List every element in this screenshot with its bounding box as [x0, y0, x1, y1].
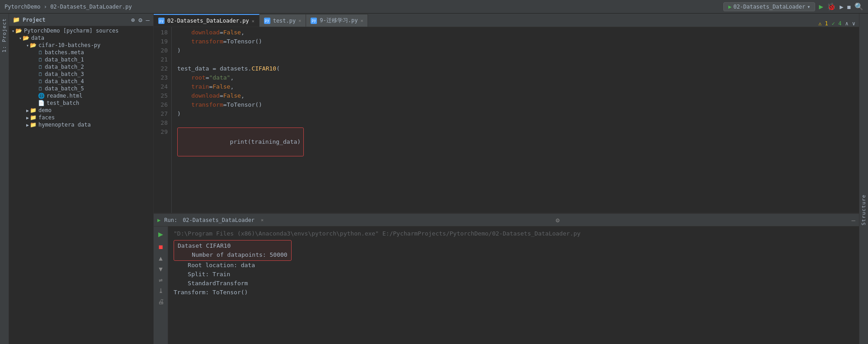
scroll-down-button[interactable]: ▼: [159, 265, 162, 273]
tree-label-batch1: data_batch_1: [45, 57, 84, 63]
code-token: False: [223, 28, 241, 37]
chevron-down-icon[interactable]: ∨: [852, 20, 855, 27]
run-output-line-5: StandardTransform: [174, 279, 854, 288]
code-line-18: download=False,: [177, 28, 854, 37]
code-token: train: [191, 82, 209, 91]
scroll-up-button[interactable]: ▲: [159, 254, 162, 262]
settings-icon[interactable]: ⚙: [138, 16, 142, 24]
coverage-button[interactable]: ▶: [840, 3, 843, 10]
run-button[interactable]: ▶: [819, 2, 823, 11]
folder-icon-data: 📂: [23, 35, 29, 41]
structure-label-text: Structure: [861, 194, 867, 226]
code-token: False: [223, 91, 241, 100]
file-tree: ▾ 📂 PytorchDemo [pycharm] sources ▾ 📂 da…: [9, 26, 153, 344]
chevron-cifar: ▾: [26, 43, 29, 48]
tree-item-readme[interactable]: 🌐 readme.html: [9, 92, 153, 99]
tab-datasets-dataloader[interactable]: py 02-Datasets_DataLoader.py ✕: [154, 14, 259, 27]
profile-button[interactable]: ◼: [847, 3, 851, 10]
tree-item-root[interactable]: ▾ 📂 PytorchDemo [pycharm] sources: [9, 27, 153, 34]
breadcrumb: PytorchDemo › 02-Datasets_DataLoader.py: [5, 4, 132, 10]
tree-item-cifar[interactable]: ▾ 📂 cifar-10-batches-py: [9, 42, 153, 49]
structure-panel[interactable]: Structure: [859, 14, 868, 344]
folder-open-icon-root: 📂: [15, 28, 22, 34]
run-config-icon: ▶: [728, 4, 731, 10]
folder-icon-faces: 📁: [30, 114, 37, 121]
chevron-root: ▾: [12, 28, 14, 33]
project-header-icons: ⊕ ⚙ —: [131, 16, 150, 24]
chevron-data: ▾: [19, 36, 22, 41]
run-panel-settings-icon[interactable]: ⚙: [556, 217, 559, 224]
tabs-right-icons: ⚠ 1 ✓ 4 ∧ ∨: [815, 20, 859, 27]
tree-label-batch4: data_batch_4: [45, 78, 84, 85]
run-icon: ▶: [157, 217, 160, 223]
project-folder-icon: 📁: [13, 16, 20, 23]
debug-button[interactable]: 🐞: [827, 2, 836, 11]
tab-close-test[interactable]: ✕: [298, 18, 301, 23]
tree-item-batches-meta[interactable]: 🗒 batches.meta: [9, 49, 153, 56]
project-panel-label[interactable]: 1: Project: [0, 14, 9, 344]
add-icon[interactable]: ⊕: [131, 16, 135, 24]
tree-label-cifar: cifar-10-batches-py: [38, 42, 100, 48]
code-line-28: [177, 118, 854, 127]
title-bar: PytorchDemo › 02-Datasets_DataLoader.py …: [0, 0, 868, 14]
tree-item-faces[interactable]: ▶ 📁 faces: [9, 114, 153, 121]
run-output-line-2: Number of datapoints: 50000: [178, 250, 288, 259]
tab-close-migration[interactable]: ✕: [360, 18, 363, 23]
tree-item-demo[interactable]: ▶ 📁 demo: [9, 107, 153, 114]
tab-test[interactable]: py test.py ✕: [259, 14, 307, 27]
folder-icon-hymenoptera: 📁: [30, 122, 37, 128]
tree-item-batch1[interactable]: 🗒 data_batch_1: [9, 56, 153, 63]
tree-item-data[interactable]: ▾ 📂 data: [9, 34, 153, 42]
run-play-button[interactable]: ▶: [158, 229, 163, 239]
tree-item-testbatch[interactable]: 📄 test_batch: [9, 99, 153, 107]
code-token: transform: [191, 37, 223, 46]
tree-label-testbatch: test_batch: [47, 100, 79, 106]
minimize-icon[interactable]: —: [146, 16, 150, 24]
run-panel: ▶ Run: 02-Datasets_DataLoader ✕ ⚙ — ▶ ◼ …: [154, 213, 859, 344]
tree-label-data: data: [31, 35, 44, 41]
warning-badge: ⚠ 1: [818, 20, 828, 27]
tree-item-batch5[interactable]: 🗒 data_batch_5: [9, 85, 153, 92]
tree-item-batch3[interactable]: 🗒 data_batch_3: [9, 71, 153, 78]
line-numbers: 18 19 20 21 22 23 24 25 26 27 28 29: [154, 27, 172, 213]
run-panel-body: ▶ ◼ ▲ ▼ ⇌ ⤓ 🖨 "D:\Program Files (x86)\An…: [154, 226, 859, 344]
tab-migration[interactable]: py 9-迁移学习.py ✕: [306, 14, 368, 27]
tree-item-batch4[interactable]: 🗒 data_batch_4: [9, 78, 153, 85]
tree-item-batch2[interactable]: 🗒 data_batch_2: [9, 63, 153, 71]
tab-icon-migration: py: [311, 18, 317, 24]
run-output-group: Dataset CIFAR10 Number of datapoints: 50…: [174, 240, 854, 261]
run-config-dropdown-icon[interactable]: ▾: [807, 4, 810, 10]
search-button[interactable]: 🔍: [854, 2, 863, 11]
tab-label-migration: 9-迁移学习.py: [320, 17, 358, 24]
code-line-29: print(training_data): [177, 127, 854, 156]
title-bar-right: ▶ 02-Datasets_DataLoader ▾ ▶ 🐞 ▶ ◼ 🔍: [723, 2, 863, 11]
scroll-to-end-button[interactable]: ⤓: [158, 287, 164, 294]
file-icon-readme: 🌐: [38, 93, 45, 99]
run-config-button[interactable]: ▶ 02-Datasets_DataLoader ▾: [723, 2, 815, 11]
chevron-up-icon[interactable]: ∧: [845, 20, 849, 27]
tab-icon-test: py: [264, 18, 270, 24]
code-line-19: transform=ToTensor(): [177, 37, 854, 46]
run-stop-button[interactable]: ◼: [159, 242, 163, 251]
file-icon-batch4: 🗒: [38, 79, 43, 85]
code-line-24: train=False,: [177, 82, 854, 91]
print-button[interactable]: 🖨: [158, 298, 164, 305]
tree-label-batch5: data_batch_5: [45, 85, 84, 92]
run-panel-minus-icon[interactable]: —: [852, 217, 855, 224]
run-panel-close-btn[interactable]: ✕: [261, 217, 264, 222]
soft-wrap-button[interactable]: ⇌: [159, 276, 162, 283]
project-panel-title: Project: [23, 17, 46, 23]
code-token: False: [212, 82, 230, 91]
run-output-line-1: Dataset CIFAR10: [178, 241, 288, 250]
code-content[interactable]: download=False, transform=ToTensor() ) t…: [172, 27, 859, 213]
code-editor[interactable]: 18 19 20 21 22 23 24 25 26 27 28 29 down…: [154, 27, 859, 213]
tree-label-batch3: data_batch_3: [45, 71, 84, 77]
chevron-hymenoptera: ▶: [26, 123, 29, 127]
code-line-25: download=False,: [177, 91, 854, 100]
chevron-demo: ▶: [26, 108, 29, 113]
tab-close-datasets[interactable]: ✕: [252, 19, 255, 24]
code-token: download: [191, 28, 220, 37]
tree-item-hymenoptera[interactable]: ▶ 📁 hymenoptera data: [9, 121, 153, 128]
project-panel: 📁 Project ⊕ ⚙ — ▾ 📂 PytorchDemo [pycharm…: [9, 14, 154, 344]
project-label-text: 1: Project: [1, 18, 7, 52]
